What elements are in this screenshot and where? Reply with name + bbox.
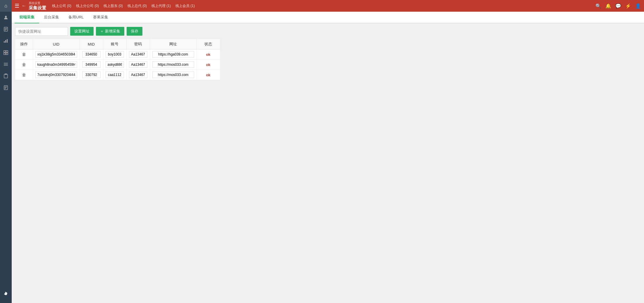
delete-cell: 🗑 [15, 49, 33, 60]
sidebar: ⌂ [0, 0, 12, 303]
back-button[interactable]: ← [22, 3, 26, 8]
col-mid: MID [80, 39, 103, 49]
uid-input[interactable] [35, 72, 77, 78]
topbar: ☰ ← 系统设置 采集设置 线上公司 (0) 线上分公司 (0) 线上股东 (0… [12, 0, 644, 12]
mid-cell [80, 60, 103, 70]
tab-backup-url[interactable]: 备用URL [64, 12, 88, 23]
quick-url-input[interactable] [15, 27, 68, 36]
password-cell [126, 70, 150, 80]
menu-button[interactable]: ☰ [15, 3, 19, 9]
col-op: 操作 [15, 39, 33, 49]
nav-online-agent[interactable]: 线上代理 (1) [151, 4, 171, 8]
document-icon[interactable] [0, 23, 12, 35]
user-icon[interactable] [0, 12, 12, 23]
status-badge: ok [206, 52, 210, 57]
tab-frontend[interactable]: 前端采集 [15, 12, 39, 23]
list-icon[interactable] [0, 58, 12, 70]
content: 前端采集 后台采集 备用URL 赛果采集 设置网址 ＋ 新增采集 保存 [12, 12, 644, 303]
password-input[interactable] [129, 61, 147, 68]
topbar-nav: 线上公司 (0) 线上分公司 (0) 线上股东 (0) 线上总代 (0) 线上代… [52, 4, 595, 8]
toolbar: 设置网址 ＋ 新增采集 保存 [15, 27, 640, 36]
password-input[interactable] [129, 51, 147, 58]
svg-rect-6 [5, 40, 6, 43]
account-cell [103, 70, 126, 80]
new-collect-button[interactable]: ＋ 新增采集 [96, 27, 124, 36]
clipboard-icon[interactable] [0, 70, 12, 82]
search-icon[interactable]: 🔍 [595, 3, 601, 9]
svg-rect-7 [7, 39, 8, 43]
delete-button[interactable]: 🗑 [22, 72, 26, 77]
url-cell [150, 70, 197, 80]
svg-rect-10 [4, 53, 6, 55]
status-cell: ok [197, 49, 220, 60]
delete-cell: 🗑 [15, 70, 33, 80]
col-url: 网址 [150, 39, 197, 49]
url-cell [150, 60, 197, 70]
nav-online-general-agent[interactable]: 线上总代 (0) [128, 4, 147, 8]
topbar-subtitle: 系统设置 [29, 1, 46, 5]
uid-cell [33, 60, 80, 70]
uid-input[interactable] [35, 51, 77, 58]
mid-input[interactable] [82, 61, 101, 68]
account-input[interactable] [106, 61, 124, 68]
table-row: 🗑 ok [15, 70, 220, 80]
home-icon[interactable]: ⌂ [0, 0, 12, 12]
tabbar: 前端采集 后台采集 备用URL 赛果采集 [12, 12, 644, 23]
svg-rect-5 [4, 41, 5, 43]
account-cell [103, 60, 126, 70]
nav-online-member[interactable]: 线上会员 (1) [175, 4, 195, 8]
svg-rect-15 [4, 74, 8, 78]
svg-rect-9 [6, 51, 8, 52]
status-badge: ok [206, 63, 210, 67]
tab-result[interactable]: 赛果采集 [88, 12, 113, 23]
table-row: 🗑 ok [15, 60, 220, 70]
mid-input[interactable] [82, 72, 101, 78]
nav-online-stockholder[interactable]: 线上股东 (0) [104, 4, 123, 8]
lightning-icon[interactable]: ⚡ [625, 3, 631, 9]
svg-rect-8 [4, 51, 6, 52]
gear-icon[interactable] [0, 288, 12, 300]
svg-rect-11 [6, 53, 8, 55]
uid-input[interactable] [35, 61, 77, 68]
password-input[interactable] [129, 72, 147, 78]
chat-icon[interactable]: 💬 [615, 3, 621, 9]
svg-point-0 [5, 16, 7, 18]
account-cell [103, 49, 126, 60]
col-uid: UID [33, 39, 80, 49]
tab-backend[interactable]: 后台采集 [39, 12, 64, 23]
status-cell: ok [197, 70, 220, 80]
bell-icon[interactable]: 🔔 [605, 3, 611, 9]
delete-button[interactable]: 🗑 [22, 52, 26, 57]
table-row: 🗑 ok [15, 49, 220, 60]
plus-icon: ＋ [100, 29, 104, 34]
svg-rect-16 [5, 74, 7, 75]
url-input[interactable] [152, 51, 194, 58]
nav-online-company[interactable]: 线上公司 (0) [52, 4, 71, 8]
main-area: ☰ ← 系统设置 采集设置 线上公司 (0) 线上分公司 (0) 线上股东 (0… [12, 0, 644, 303]
set-url-button[interactable]: 设置网址 [70, 27, 94, 36]
url-input[interactable] [152, 72, 194, 78]
account-input[interactable] [106, 72, 124, 78]
topbar-actions: 🔍 🔔 💬 ⚡ 👤 [595, 3, 641, 9]
status-cell: ok [197, 60, 220, 70]
data-table: 操作 UID MID 账号 密码 网址 状态 🗑 [15, 39, 220, 80]
url-input[interactable] [152, 61, 194, 68]
topbar-title-block: 系统设置 采集设置 [29, 1, 46, 11]
delete-button[interactable]: 🗑 [22, 62, 26, 67]
mid-cell [80, 70, 103, 80]
nav-online-branch[interactable]: 线上分公司 (0) [76, 4, 99, 8]
user-profile-icon[interactable]: 👤 [635, 3, 641, 9]
report-icon[interactable] [0, 82, 12, 94]
mid-input[interactable] [82, 51, 101, 58]
topbar-title: 采集设置 [29, 5, 46, 11]
layout-icon[interactable] [0, 47, 12, 58]
uid-cell [33, 70, 80, 80]
mid-cell [80, 49, 103, 60]
chart-icon[interactable] [0, 35, 12, 47]
account-input[interactable] [106, 51, 124, 58]
page-content: 设置网址 ＋ 新增采集 保存 操作 UID MID 账号 密码 网址 [12, 23, 644, 303]
url-cell [150, 49, 197, 60]
col-status: 状态 [197, 39, 220, 49]
password-cell [126, 49, 150, 60]
save-button[interactable]: 保存 [127, 27, 142, 36]
